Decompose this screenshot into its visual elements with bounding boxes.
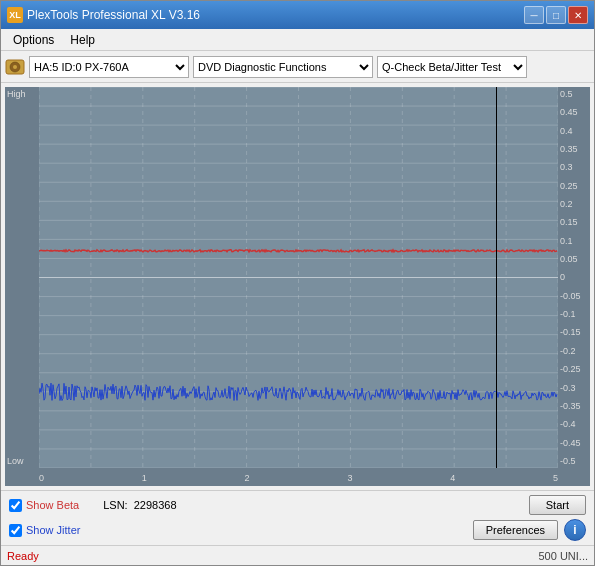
chart-canvas (39, 87, 558, 468)
close-button[interactable]: ✕ (568, 6, 588, 24)
drive-select[interactable]: HA:5 ID:0 PX-760A (29, 56, 189, 78)
app-icon: XL (7, 7, 23, 23)
menu-options[interactable]: Options (5, 31, 62, 49)
title-bar: XL PlexTools Professional XL V3.16 ─ □ ✕ (1, 1, 594, 29)
maximize-button[interactable]: □ (546, 6, 566, 24)
show-beta-checkbox-label[interactable]: Show Beta (9, 499, 79, 512)
test-select[interactable]: Q-Check Beta/Jitter Test (377, 56, 527, 78)
show-beta-checkbox[interactable] (9, 499, 22, 512)
chart-x-axis: 0 1 2 3 4 5 (39, 470, 558, 486)
title-bar-left: XL PlexTools Professional XL V3.16 (7, 7, 200, 23)
chart-low-label: Low (7, 456, 24, 466)
function-select[interactable]: DVD Diagnostic Functions (193, 56, 373, 78)
lsn-value: 2298368 (134, 499, 177, 511)
status-bar: Ready 500 UNI... (1, 545, 594, 565)
chart-plot (39, 87, 558, 468)
show-jitter-label: Show Jitter (26, 524, 80, 536)
start-button[interactable]: Start (529, 495, 586, 515)
status-right: 500 UNI... (538, 550, 588, 562)
show-beta-label: Show Beta (26, 499, 79, 511)
toolbar: HA:5 ID:0 PX-760A DVD Diagnostic Functio… (1, 51, 594, 83)
lsn-label: LSN: (103, 499, 127, 511)
bottom-row-1: Show Beta LSN: 2298368 Start (9, 495, 586, 515)
main-window: XL PlexTools Professional XL V3.16 ─ □ ✕… (0, 0, 595, 566)
show-jitter-checkbox[interactable] (9, 524, 22, 537)
info-button[interactable]: i (564, 519, 586, 541)
status-text: Ready (7, 550, 39, 562)
window-title: PlexTools Professional XL V3.16 (27, 8, 200, 22)
show-jitter-checkbox-label[interactable]: Show Jitter (9, 524, 80, 537)
drive-icon (5, 57, 25, 77)
preferences-button[interactable]: Preferences (473, 520, 558, 540)
chart-y-axis-right: 0.5 0.45 0.4 0.35 0.3 0.25 0.2 0.15 0.1 … (558, 87, 590, 468)
chart-high-label: High (7, 89, 26, 99)
lsn-section: LSN: 2298368 (103, 499, 176, 511)
svg-point-2 (13, 65, 17, 69)
bottom-row-2: Show Jitter Preferences i (9, 519, 586, 541)
chart-position-line (496, 87, 497, 468)
chart-area: High Low 0.5 0.45 0.4 0.35 0.3 0.25 0.2 … (5, 87, 590, 486)
menu-bar: Options Help (1, 29, 594, 51)
minimize-button[interactable]: ─ (524, 6, 544, 24)
bottom-panel: Show Beta LSN: 2298368 Start Show Jitter… (1, 490, 594, 545)
title-controls: ─ □ ✕ (524, 6, 588, 24)
menu-help[interactable]: Help (62, 31, 103, 49)
